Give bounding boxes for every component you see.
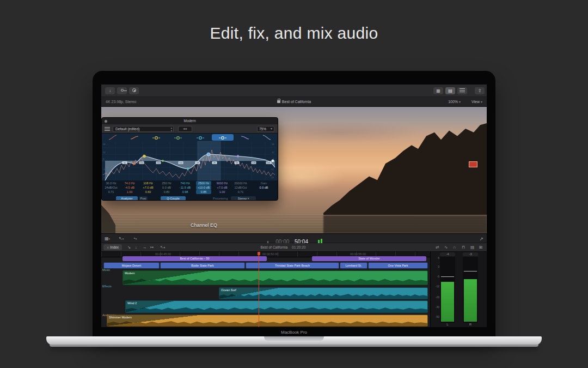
processing-dropdown[interactable]: Stereo ▾ [231, 196, 256, 201]
eq-band-3-button[interactable] [145, 134, 167, 141]
tools-menu-button[interactable]: ↖▾ [119, 236, 124, 241]
effects-track-1: Ocean Surf [219, 287, 428, 299]
eq-window-titlebar[interactable]: Modern [102, 118, 278, 124]
skimming-button[interactable]: ⇄ [436, 245, 439, 250]
band-7-values[interactable]: 9000 Hz+7.0 dB1.00 [213, 181, 231, 195]
audio-clip[interactable]: Shimmer Modern [107, 315, 428, 327]
close-icon[interactable] [105, 120, 107, 123]
analyzer-button[interactable]: Analyzer [116, 196, 138, 201]
solo-button[interactable]: ∩ [453, 245, 456, 250]
list-view-button[interactable]: ▤ [445, 87, 455, 94]
video-clip[interactable]: Bodie State Park [160, 262, 245, 269]
marker-clip[interactable]: Best of California – 50 [122, 256, 267, 261]
tool-menu-button[interactable]: ↖▾ [160, 245, 165, 250]
eq-display: 50 100 200 500 1K 2K 5K 10K 20K [102, 134, 278, 180]
audio-skimming-button[interactable]: ∿ [444, 245, 448, 250]
lock-icon [277, 100, 280, 103]
timeline[interactable]: 00:00:45:00 00:00:50:00 00:00:55:00 Best… [101, 252, 487, 327]
background-tasks-button[interactable] [129, 87, 139, 94]
effects-browser-button[interactable]: ▤ [470, 245, 474, 250]
q-couple-button[interactable]: Q-Couple [161, 196, 186, 201]
window-scale-dropdown[interactable]: 75%▾ [257, 126, 274, 132]
right-channel-label: R [463, 323, 478, 326]
grid-view-button[interactable]: ▦ [433, 87, 443, 94]
plugin-caption: Channel EQ [115, 222, 292, 228]
eq-band-5-button[interactable] [189, 134, 211, 141]
retime-menu-button[interactable]: ◔▾ [133, 236, 137, 241]
project-title: Best of California [282, 100, 311, 104]
chevron-down-icon: ▾ [248, 197, 249, 200]
append-edit-button[interactable]: → [143, 245, 147, 250]
band-4-values[interactable]: 250 Hz0.0 dB0.80 [157, 181, 176, 195]
svg-text:24: 24 [103, 143, 106, 146]
preset-dropdown[interactable]: Default (edited) ▴▾ [113, 126, 174, 132]
viewer-view-menu[interactable]: View ▾ [471, 100, 482, 104]
chevron-up-icon: ∧ [107, 246, 109, 249]
svg-text:200: 200 [157, 161, 161, 164]
master-gain-value[interactable]: Gain0.0 dB [250, 181, 278, 195]
eq-controls-bar: Default (edited) ▴▾ ◂ ▸ 75%▾ [102, 124, 278, 134]
band-8-values[interactable]: 20000 Hz12dB/Oct0.71 [231, 181, 250, 195]
eq-band-4-button[interactable] [167, 134, 189, 141]
insert-edit-icon: ↓ [135, 245, 137, 250]
marker-clip[interactable]: State of Wonder [312, 256, 426, 261]
timeline-status: Best of California01:20:20 [229, 245, 338, 249]
eq-band-6-button[interactable] [212, 134, 234, 141]
band-6-values[interactable]: 2500 Hz+10.0 dB0.85 [194, 181, 213, 195]
insert-edit-button[interactable]: ↓ [135, 245, 137, 250]
expand-icon[interactable]: ↗ [479, 236, 483, 242]
eq-band-8-button[interactable] [256, 134, 278, 141]
connect-edit-button[interactable]: ↘ [127, 245, 131, 250]
video-clip[interactable]: One Vista Park [368, 262, 428, 269]
import-icon: ↓ [109, 88, 111, 93]
video-clip[interactable]: Trinidad State Park Beach [246, 262, 339, 269]
band-2-values[interactable]: 74.0 Hz-4.5 dB1.00 [120, 181, 139, 195]
eq-band-values: 30.0 Hz24dB/Oct0.71 74.0 Hz-4.5 dB1.00 1… [102, 180, 278, 195]
next-icon: ▸ [186, 127, 187, 130]
share-button[interactable]: ⇧ [475, 87, 485, 94]
viewer-zoom-menu[interactable]: 100% ▾ [448, 100, 461, 104]
audio-clip[interactable]: Modern [122, 270, 428, 285]
panels-icon: ⊞ [479, 245, 482, 250]
marketing-background: Edit, fix, and mix audio ↓ ▦ ▤ ⇧ 4K 23.9… [0, 0, 588, 368]
video-clip[interactable]: Lombard St. [340, 262, 367, 269]
page-title: Edit, fix, and mix audio [0, 24, 588, 43]
band-3-values[interactable]: 108 Hz+7.0 dB0.60 [139, 181, 157, 195]
import-button[interactable]: ↓ [105, 87, 115, 94]
panels-button[interactable]: ⊞ [479, 245, 482, 250]
svg-text:20K: 20K [266, 161, 270, 164]
snapping-button[interactable]: ⊓ [462, 245, 465, 250]
clip-appearance-button[interactable] [457, 87, 467, 94]
meter-scale-tick: 6 [431, 256, 439, 260]
fade-in-handle[interactable] [123, 271, 210, 285]
channel-eq-window[interactable]: Modern Default (edited) ▴▾ ◂ ▸ 75%▾ [101, 117, 278, 201]
svg-text:100: 100 [140, 161, 144, 164]
svg-text:-12: -12 [103, 168, 107, 171]
eq-band-7-button[interactable] [234, 134, 256, 141]
audio-skimming-icon: ∿ [444, 245, 448, 250]
timeline-toolbar: ∧ Index ↘ ↓ → ↦ ↖▾ Best of California01:… [101, 243, 487, 252]
audio-clip[interactable]: Ocean Surf [219, 287, 428, 299]
chevron-down-icon: ▾ [481, 100, 482, 104]
eq-band-1-button[interactable] [102, 134, 124, 141]
audio-clip[interactable]: Wind 2 [125, 300, 428, 313]
band-1-values[interactable]: 30.0 Hz24dB/Oct0.71 [102, 181, 120, 195]
analyzer-mode-button[interactable]: Post [139, 196, 148, 201]
macbook-base [46, 336, 542, 345]
index-button[interactable]: ∧ Index [103, 244, 122, 250]
ambience-track: Shimmer Modern [107, 315, 428, 327]
svg-text:10K: 10K [252, 161, 255, 164]
video-viewer[interactable]: Modern Default (edited) ▴▾ ◂ ▸ 75%▾ [101, 107, 487, 233]
background-tasks-icon [132, 88, 136, 92]
macbook-bezel: ↓ ▦ ▤ ⇧ 4K 23.98p, Stereo Best of Califo… [93, 71, 495, 336]
eq-settings-icon[interactable] [105, 127, 110, 131]
meter-scale-tick: -50 [431, 315, 439, 318]
band-5-values[interactable]: 740 Hz-11.5 dB0.98 [176, 181, 194, 195]
overwrite-edit-button[interactable]: ↦ [150, 245, 154, 250]
eq-band-2-button[interactable] [124, 134, 145, 141]
eq-frequency-graph[interactable]: 50 100 200 500 1K 2K 5K 10K 20K [102, 141, 277, 180]
clip-menu-button[interactable]: ▦▾ [105, 236, 110, 241]
playhead[interactable] [259, 252, 259, 327]
preset-prev-next[interactable]: ◂ ▸ [178, 126, 192, 132]
keyword-editor-button[interactable] [117, 87, 127, 94]
